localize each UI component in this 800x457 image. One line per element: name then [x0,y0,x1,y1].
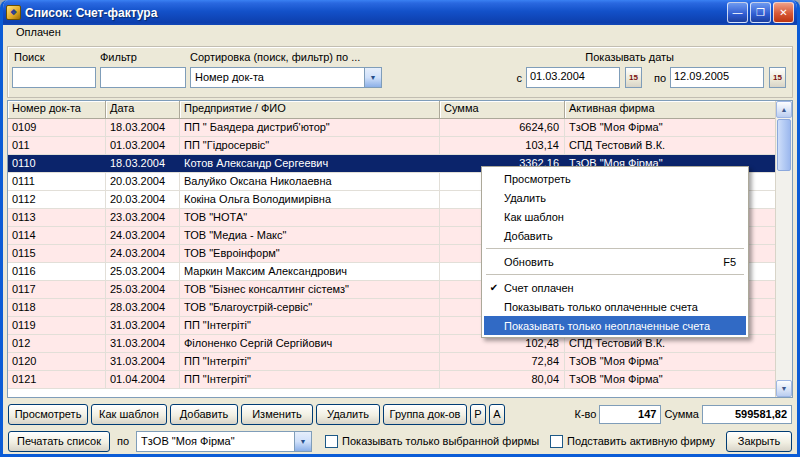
filter-panel: Поиск Фильтр Сортировка (поиск, фильтр) … [7,46,793,98]
table-cell: ПП "Інтегріті" [180,317,440,334]
minimize-button[interactable]: — [727,2,748,23]
context-menu-item[interactable]: Показывать только неоплаченные счета [484,316,746,335]
count-label: К-во [575,408,597,420]
dates-label: Показывать даты [585,51,674,63]
menu-item-label: Показывать только неоплаченные счета [504,320,736,332]
context-menu-item[interactable]: Удалить [484,188,746,207]
print-list-button[interactable]: Печатать список [8,431,110,452]
table-cell: 0115 [8,245,106,262]
table-cell: Маркин Максим Александрович [180,263,440,280]
substitute-active-firm-option: Подставить активную фирму [550,435,715,448]
a-button[interactable]: А [489,404,505,425]
date-from-label: с [516,72,522,84]
table-row[interactable]: 01101.03.2004ПП "Гідросервіс"103,14СПД Т… [8,137,775,155]
calendar-icon[interactable]: 15 [625,67,642,88]
column-header-company[interactable]: Предприятие / ФИО [180,101,440,119]
close-list-button[interactable]: Закрыть [726,431,792,452]
table-cell: 72,84 [440,353,565,370]
menu-separator [486,248,744,249]
column-header-sum[interactable]: Сумма [440,101,565,119]
table-cell: 0120 [8,353,106,370]
menu-item-label: Счет оплачен [504,282,736,294]
table-cell: 103,14 [440,137,565,154]
context-menu-item[interactable]: ✔Счет оплачен [484,278,746,297]
context-menu-item[interactable]: Добавить [484,226,746,245]
table-cell: ТзОВ "Моя Фірма" [565,371,775,388]
maximize-button[interactable]: ❐ [750,2,771,23]
checkmark-icon: ✔ [484,282,504,293]
context-menu-item[interactable]: ОбновитьF5 [484,252,746,271]
column-header-firm[interactable]: Активная фирма [565,101,775,119]
table-cell: 0113 [8,209,106,226]
table-cell: ТОВ "Бізнес консалтинг сістемз" [180,281,440,298]
table-row[interactable]: 012031.03.2004ПП "Інтегріті"72,84ТзОВ "М… [8,353,775,371]
table-cell: Кокіна Ольга Володимирівна [180,191,440,208]
table-row[interactable]: 010918.03.2004ПП " Баядера дистриб'ютор"… [8,119,775,137]
table-cell: 24.03.2004 [106,245,180,262]
column-header-date[interactable]: Дата [106,101,180,119]
menu-separator [486,274,744,275]
table-cell: ТОВ "НОТА" [180,209,440,226]
table-cell: 0119 [8,317,106,334]
close-button[interactable]: ✕ [773,2,794,23]
show-selected-firm-checkbox[interactable] [325,435,338,448]
table-cell: ПП " Баядера дистриб'ютор" [180,119,440,136]
chevron-down-icon[interactable]: ▼ [364,68,381,87]
menu-item-label: Добавить [504,230,736,242]
table-header: Номер док-та Дата Предприятие / ФИО Сумм… [8,101,775,119]
scrollbar-track[interactable] [776,118,792,380]
vertical-scrollbar[interactable]: ▲ ▼ [775,101,792,397]
context-menu-item[interactable]: Просмотреть [484,169,746,188]
substitute-active-firm-checkbox[interactable] [550,435,563,448]
chevron-down-icon[interactable]: ▼ [294,432,311,451]
table-row[interactable]: 012101.04.2004ПП "Інтегріті"80,04ТзОВ "М… [8,371,775,389]
table-cell: 28.03.2004 [106,299,180,316]
menu-paid[interactable]: Оплачен [9,24,68,40]
table-cell: 80,04 [440,371,565,388]
delete-button[interactable]: Удалить [316,404,380,425]
firm-select[interactable]: ТзОВ "Моя Фірма" ▼ [136,431,312,452]
table-cell: 0116 [8,263,106,280]
context-menu-item[interactable]: Как шаблон [484,207,746,226]
sum-value: 599581,82 [702,405,792,424]
app-icon: ❖ [6,5,21,20]
date-from-input[interactable]: 01.03.2004 [526,67,620,88]
table-cell: Котов Александр Сергеевич [180,155,440,172]
search-input[interactable] [12,67,96,88]
substitute-active-firm-label: Подставить активную фирму [567,435,715,447]
date-to-input[interactable]: 12.09.2005 [670,67,764,88]
table-cell: 31.03.2004 [106,317,180,334]
table-cell: 18.03.2004 [106,119,180,136]
menu-item-label: Показывать только оплаченные счета [504,301,736,313]
table-cell: 0111 [8,173,106,190]
add-button[interactable]: Добавить [170,404,238,425]
scroll-up-icon[interactable]: ▲ [776,101,792,118]
calendar-icon[interactable]: 15 [769,67,786,88]
search-label: Поиск [14,51,44,63]
p-button[interactable]: Р [470,404,486,425]
scroll-down-icon[interactable]: ▼ [776,380,792,397]
table-cell: 24.03.2004 [106,227,180,244]
context-menu-item[interactable]: Показывать только оплаченные счета [484,297,746,316]
column-header-docnum[interactable]: Номер док-та [8,101,106,119]
template-button[interactable]: Как шаблон [91,404,167,425]
doc-group-button[interactable]: Группа док-ов [383,404,467,425]
edit-button[interactable]: Изменить [241,404,313,425]
table-cell: ТОВ "Евроінформ" [180,245,440,262]
table-cell: 31.03.2004 [106,335,180,352]
sort-select[interactable]: Номер док-та ▼ [190,67,382,88]
table-cell: 0117 [8,281,106,298]
sort-select-value: Номер док-та [191,68,364,87]
table-cell: 0118 [8,299,106,316]
by-label: по [117,435,129,447]
table-cell: 25.03.2004 [106,281,180,298]
table-cell: 0109 [8,119,106,136]
scrollbar-thumb[interactable] [777,119,791,171]
view-button[interactable]: Просмотреть [8,404,88,425]
table-cell: ПП "Інтегріті" [180,353,440,370]
table-cell: 01.04.2004 [106,371,180,388]
table-cell: 011 [8,137,106,154]
table-cell: ТОВ "Медиа - Макс" [180,227,440,244]
filter-input[interactable] [100,67,186,88]
count-value: 147 [599,405,661,424]
